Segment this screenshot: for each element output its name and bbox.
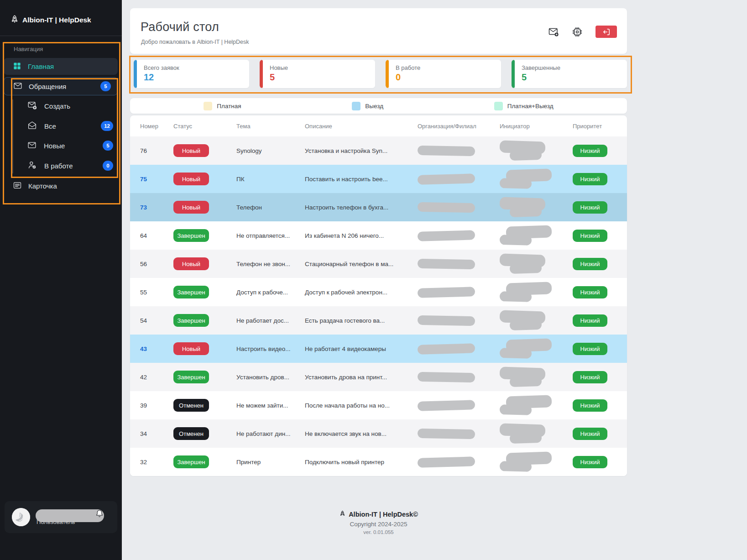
sidebar-item-requests[interactable]: Обращения 5 — [4, 77, 118, 95]
stat-color-bar — [512, 60, 515, 88]
sidebar-item-label: Новые — [44, 142, 65, 150]
sidebar-item-label: Главная — [28, 63, 54, 70]
initiator-redaction — [510, 319, 542, 330]
column-header: Описание — [305, 123, 418, 130]
status-badge: Завершен — [173, 371, 209, 383]
logout-button[interactable] — [596, 26, 617, 38]
ticket-number: 42 — [140, 374, 173, 381]
organization-cell — [418, 203, 500, 212]
username-redaction — [36, 509, 104, 522]
ticket-theme: Synology — [236, 147, 305, 154]
ticket-description: Подключить новый принтер — [305, 459, 418, 466]
ticket-theme: Не отправляется... — [236, 232, 305, 239]
table-row[interactable]: 34ОтмененНе работают дин...Не включается… — [130, 419, 627, 448]
table-row[interactable]: 55ЗавершенДоступ к рабоче...Доступ к раб… — [130, 278, 627, 306]
status-badge: Завершен — [173, 286, 209, 298]
status-cell: Новый — [173, 144, 236, 157]
status-cell: Новый — [173, 257, 236, 270]
stat-value: 0 — [396, 72, 494, 83]
legend-swatch — [352, 102, 360, 110]
ticket-number: 39 — [140, 402, 173, 409]
status-cell: Новый — [173, 342, 236, 355]
table-row[interactable]: 75НовыйПКПоставить и настроить bee...Низ… — [130, 165, 627, 193]
user-panel[interactable]: Пользователь — [5, 501, 117, 533]
ticket-number: 75 — [140, 176, 173, 183]
sidebar-item-home[interactable]: Главная — [4, 58, 118, 75]
ticket-description: Стационарный телефон в ма... — [305, 261, 418, 267]
ticket-theme: Доступ к рабоче... — [236, 289, 305, 296]
mail-plus-icon[interactable] — [548, 26, 559, 37]
table-row[interactable]: 43НовыйНастроить видео...Не работает 4 в… — [130, 335, 627, 363]
legend-item: Платная — [204, 102, 241, 110]
organization-redaction — [418, 173, 475, 185]
organization-redaction — [418, 428, 475, 439]
initiator-cell — [500, 226, 573, 245]
table-row[interactable]: 39ОтмененНе можем зайти...После начала р… — [130, 391, 627, 419]
table-row[interactable]: 32ЗавершенПринтерПодключить новый принте… — [130, 448, 627, 476]
ticket-description: Поставить и настроить bee... — [305, 176, 418, 183]
table-row[interactable]: 73НовыйТелефонНастроить телефон в бухга.… — [130, 193, 627, 221]
organization-redaction — [418, 230, 475, 241]
cpu-icon[interactable] — [572, 26, 583, 37]
stat-card: Завершенные5 — [512, 60, 627, 88]
table-row[interactable]: 76НовыйSynologyУстановка и настройка Syn… — [130, 136, 627, 165]
table-row[interactable]: 42ЗавершенУстановить дров...Установить д… — [130, 363, 627, 391]
sidebar-item-inwork[interactable]: В работе 0 — [20, 157, 118, 174]
page-title: Рабочий стол — [141, 20, 219, 34]
ticket-description: Доступ к рабочей электрон... — [305, 289, 418, 296]
ticket-description: Не включается звук на нов... — [305, 430, 418, 437]
priority-cell: Низкий — [573, 399, 627, 412]
initiator-cell — [500, 169, 573, 188]
organization-redaction — [418, 258, 475, 269]
organization-redaction — [418, 456, 475, 468]
priority-cell: Низкий — [573, 314, 627, 327]
bell-icon[interactable] — [94, 509, 104, 521]
sidebar-item-all[interactable]: Все 12 — [20, 118, 118, 134]
priority-badge: Низкий — [573, 343, 607, 355]
ticket-number: 32 — [140, 459, 173, 466]
app-logo: Albion-IT | HelpDesk — [10, 15, 91, 26]
sidebar-item-card[interactable]: Карточка — [4, 178, 118, 194]
priority-cell: Низкий — [573, 456, 627, 468]
stat-label: Завершенные — [522, 64, 620, 71]
helpdesk-app: Albion-IT | HelpDesk Навигация Главная О… — [0, 0, 747, 560]
ticket-theme: Не работают дин... — [236, 430, 305, 437]
organization-cell — [418, 316, 500, 325]
initiator-cell — [500, 452, 573, 471]
rocket-icon — [339, 510, 346, 518]
organization-cell — [418, 457, 500, 467]
initiator-redaction — [500, 235, 532, 246]
stat-value: 12 — [144, 72, 242, 83]
status-badge: Отменен — [173, 427, 209, 440]
submenu-guide-line — [12, 99, 13, 173]
status-badge: Новый — [173, 144, 209, 157]
initiator-cell — [500, 311, 573, 330]
ticket-theme: Телефон — [236, 204, 305, 211]
organization-cell — [418, 146, 500, 156]
priority-cell: Низкий — [573, 230, 627, 242]
ticket-description: Настроить телефон в бухга... — [305, 204, 418, 211]
ticket-theme: Не работает дос... — [236, 317, 305, 324]
priority-badge: Низкий — [573, 258, 607, 270]
inwork-count-badge: 0 — [103, 161, 113, 171]
tickets-table: НомерСтатусТемаОписаниеОрганизация/Филиа… — [130, 115, 627, 476]
column-header: Тема — [236, 123, 305, 130]
organization-redaction — [418, 145, 475, 156]
sidebar-item-create[interactable]: Создать — [20, 98, 118, 114]
rocket-icon — [10, 15, 19, 26]
initiator-cell — [500, 339, 573, 358]
table-row[interactable]: 54ЗавершенНе работает дос...Есть раздача… — [130, 306, 627, 335]
initiator-cell — [500, 198, 573, 217]
status-cell: Завершен — [173, 314, 236, 327]
column-header: Статус — [173, 123, 236, 130]
sidebar-item-new[interactable]: Новые 5 — [20, 137, 118, 154]
ticket-number: 56 — [140, 261, 173, 267]
initiator-cell — [500, 396, 573, 415]
table-row[interactable]: 56НовыйТелефон не звон...Стационарный те… — [130, 250, 627, 278]
ticket-theme: Настроить видео... — [236, 345, 305, 352]
legend-swatch — [204, 102, 212, 110]
table-row[interactable]: 64ЗавершенНе отправляется...Из кабинета … — [130, 221, 627, 250]
ticket-number: 55 — [140, 289, 173, 296]
priority-cell: Низкий — [573, 371, 627, 383]
footer-brand: Albion-IT | HelpDesk© — [130, 510, 627, 518]
